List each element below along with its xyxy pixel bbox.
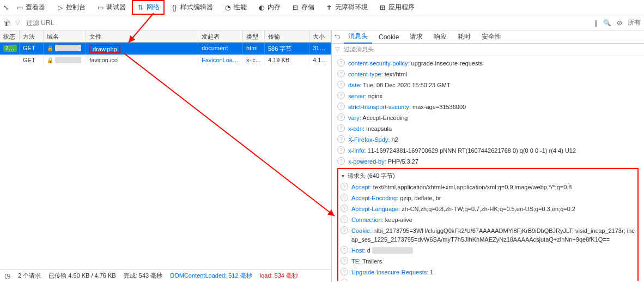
transferred: 已传输 4.50 KB / 4.76 KB	[48, 272, 116, 280]
help-icon[interactable]: ?	[341, 215, 348, 223]
header-value: 11-169724381-169700629 pNNN RT(160744262…	[367, 147, 576, 154]
clear-icon[interactable]: 🗑	[3, 19, 11, 27]
tab-inspector[interactable]: ▭查看器	[11, 0, 50, 15]
header-filter-label[interactable]: 过滤消息头	[344, 45, 374, 53]
help-icon[interactable]: ?	[337, 92, 345, 99]
tab-styleeditor[interactable]: {}样式编辑器	[166, 0, 218, 15]
accessibility-icon: ✝	[325, 4, 333, 11]
header-name: Upgrade-Insecure-Requests:	[351, 269, 428, 275]
col-method[interactable]: 方法	[20, 31, 44, 42]
help-icon[interactable]: ?	[341, 194, 348, 201]
lock-icon: 🔒	[47, 45, 53, 51]
response-header-row: ?x-iinfo: 11-169724381-169700629 pNNN RT…	[337, 145, 639, 156]
url-filter-input[interactable]	[26, 19, 590, 27]
help-icon[interactable]: ?	[337, 81, 345, 88]
status-badge: 200	[3, 45, 17, 52]
tab-response[interactable]: 响应	[429, 31, 451, 43]
help-icon[interactable]: ?	[337, 113, 345, 121]
tool-label: 内存	[268, 3, 281, 12]
pause-icon[interactable]: ‖	[594, 19, 598, 27]
header-value: zh-CN,zh;q=0.8,zh-TW;q=0.7,zh-HK;q=0.5,e…	[402, 206, 575, 212]
perf-icon[interactable]: ◷	[4, 272, 10, 280]
header-value: nlbi_2173795=3WH/cluiggQ0kFk2/U/67AAAAAD…	[351, 227, 635, 243]
request-headers-toggle[interactable]: 请求头 (640 字节)	[341, 170, 635, 182]
request-list-panel: 状态 方法 域名 文件 发起者 类型 传输 大小 200 GET 🔒 xxxxx…	[0, 31, 332, 282]
filter-bar: 🗑 ▽ ‖ 🔍 ⊘ 所有	[0, 15, 644, 31]
tab-timings[interactable]: 耗时	[453, 31, 475, 43]
cell: draw.php	[86, 43, 198, 55]
help-icon[interactable]: ?	[341, 226, 348, 234]
tool-label: 应用程序	[388, 3, 415, 12]
help-icon[interactable]: ?	[337, 146, 345, 154]
help-icon[interactable]: ?	[341, 246, 348, 254]
inspector-icon: ▭	[16, 4, 23, 11]
search-icon[interactable]: 🔍	[603, 19, 611, 27]
tab-performance[interactable]: ◔性能	[219, 0, 252, 15]
help-icon[interactable]: ?	[337, 59, 345, 67]
header-name: vary:	[348, 115, 361, 121]
tab-storage[interactable]: ⊟存储	[287, 0, 319, 15]
request-header-row: ?Cookie: nlbi_2173795=3WH/cluiggQ0kFk2/U…	[341, 225, 635, 245]
status-bar: ◷ 2 个请求 已传输 4.50 KB / 4.76 KB 完成: 543 毫秒…	[0, 269, 331, 282]
response-header-row: ?server: nginx	[337, 91, 639, 101]
header-value: Accept-Encoding	[362, 115, 408, 121]
help-icon[interactable]: ?	[341, 268, 348, 275]
redacted-host: xxxxxxxxxxxxx	[372, 247, 414, 254]
response-header-row: ?X-Firefox-Spdy: h2	[337, 134, 639, 145]
header-name: TE:	[351, 258, 361, 265]
cell: 4.19 KB	[265, 55, 309, 67]
col-size[interactable]: 大小	[309, 31, 331, 42]
help-icon[interactable]: ?	[341, 257, 348, 265]
help-icon[interactable]: ?	[337, 157, 345, 165]
header-name: Host:	[351, 247, 366, 254]
tab-debugger[interactable]: ▭调试器	[92, 0, 131, 15]
help-icon[interactable]: ?	[337, 135, 345, 143]
col-initiator[interactable]: 发起者	[198, 31, 243, 42]
tab-accessibility[interactable]: ✝无障碍环境	[320, 0, 373, 15]
request-header-row: ?Connection: keep-alive	[341, 214, 635, 225]
tab-headers[interactable]: 消息头	[344, 30, 372, 44]
redacted-domain: xxxxxxxx	[55, 57, 81, 63]
main-split: 状态 方法 域名 文件 发起者 类型 传输 大小 200 GET 🔒 xxxxx…	[0, 31, 644, 282]
header-value: text/html	[385, 71, 408, 77]
help-icon[interactable]: ?	[337, 103, 345, 110]
tab-security[interactable]: 安全性	[477, 31, 506, 43]
filter-all[interactable]: 所有	[628, 18, 641, 27]
tab-memory[interactable]: ◐内存	[253, 0, 285, 15]
col-status[interactable]: 状态	[0, 31, 20, 42]
picker-icon[interactable]: ⤡	[2, 4, 10, 11]
tab-cookie[interactable]: Cookie	[374, 32, 403, 43]
table-row[interactable]: GET 🔒 xxxxxxxx favicon.ico FaviconLoad..…	[0, 55, 331, 67]
performance-icon: ◔	[224, 4, 232, 11]
details-tabs: ⮌ 消息头 Cookie 请求 响应 耗时 安全性	[332, 31, 644, 44]
header-value: d	[367, 247, 370, 254]
cell: FaviconLoad...	[198, 55, 243, 67]
tab-request[interactable]: 请求	[405, 31, 427, 43]
col-domain[interactable]: 域名	[44, 31, 86, 42]
request-header-row: ?TE: Trailers	[341, 256, 635, 267]
response-header-row: ?content-security-policy: upgrade-insecu…	[337, 58, 639, 69]
col-type[interactable]: 类型	[243, 31, 265, 42]
back-icon[interactable]: ⮌	[334, 33, 342, 41]
response-header-row: ?content-type: text/html	[337, 69, 639, 80]
tab-application[interactable]: ⊞应用程序	[374, 0, 420, 15]
tab-network[interactable]: ⇅网络	[132, 0, 165, 15]
block-icon[interactable]: ⊘	[617, 19, 622, 27]
tab-console[interactable]: ▷控制台	[51, 0, 90, 15]
headers-body: ?content-security-policy: upgrade-insecu…	[332, 56, 644, 282]
col-file[interactable]: 文件	[86, 31, 198, 42]
tool-label: 样式编辑器	[180, 3, 213, 12]
console-icon: ▷	[56, 4, 64, 11]
col-transfer[interactable]: 传输	[265, 31, 309, 42]
tool-label: 控制台	[66, 3, 86, 12]
help-icon[interactable]: ?	[337, 70, 345, 77]
header-name: server:	[348, 93, 367, 99]
header-value: gzip, deflate, br	[400, 195, 441, 201]
cell: GET	[20, 43, 44, 55]
help-icon[interactable]: ?	[337, 124, 345, 132]
table-row[interactable]: 200 GET 🔒 xxxxxxxx draw.php document htm…	[0, 43, 331, 55]
help-icon[interactable]: ?	[341, 183, 348, 190]
help-icon[interactable]: ?	[341, 205, 348, 212]
help-icon[interactable]: ?	[341, 279, 348, 282]
redacted-domain: xxxxxxxx	[55, 45, 81, 51]
